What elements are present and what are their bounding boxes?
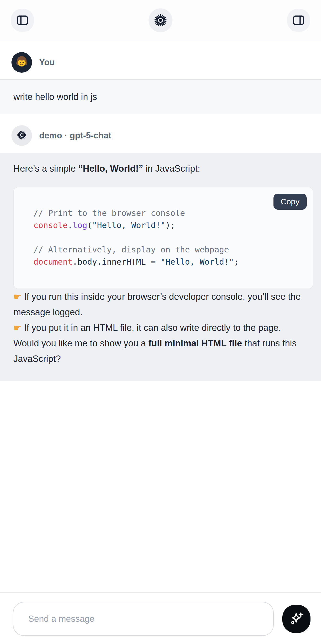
copy-code-button[interactable]: Copy — [274, 194, 307, 210]
user-message-text: write hello world in js — [13, 92, 97, 102]
starburst-icon — [154, 14, 167, 27]
assistant-message-body: Here’s a simple “Hello, World!” in JavaS… — [0, 153, 321, 381]
sparkle-icon — [288, 611, 305, 627]
person-emoji-icon — [14, 54, 30, 71]
code-snippet: // Print to the browser console console.… — [14, 188, 313, 288]
user-name-label: You — [39, 57, 55, 68]
panel-toggle-button[interactable] — [287, 9, 310, 32]
assistant-avatar — [11, 125, 32, 146]
point-right-emoji: ☛ — [13, 323, 21, 333]
assistant-message: demo · gpt-5-chat Here’s a simple “Hello… — [0, 114, 321, 381]
assistant-question-text: Would you like me to show you a full min… — [13, 336, 313, 367]
message-composer — [0, 592, 321, 644]
sidebar-toggle-button[interactable] — [11, 9, 34, 32]
app-logo-button[interactable] — [149, 8, 172, 32]
message-input[interactable] — [13, 602, 274, 636]
user-message-panel: write hello world in js — [0, 79, 321, 114]
user-message-header: You — [0, 41, 321, 79]
assistant-message-header: demo · gpt-5-chat — [0, 114, 321, 153]
assistant-tips-text: ☛ If you run this inside your browser’s … — [13, 289, 313, 336]
top-bar — [0, 0, 321, 41]
send-button[interactable] — [282, 605, 311, 633]
panel-left-icon — [16, 14, 29, 27]
empty-chat-space — [0, 381, 321, 592]
user-message: You write hello world in js — [0, 41, 321, 114]
point-right-emoji: ☛ — [13, 292, 21, 302]
code-snippet-text: // Print to the browser console console.… — [33, 208, 239, 266]
user-avatar — [11, 52, 32, 73]
chat-app: You write hello world in js demo · gpt-5… — [0, 0, 321, 644]
code-block: Copy // Print to the browser console con… — [13, 187, 313, 289]
assistant-intro-text: Here’s a simple “Hello, World!” in JavaS… — [13, 162, 313, 176]
panel-right-icon — [292, 14, 305, 27]
starburst-icon — [17, 130, 27, 141]
assistant-model-label: demo · gpt-5-chat — [39, 130, 111, 140]
